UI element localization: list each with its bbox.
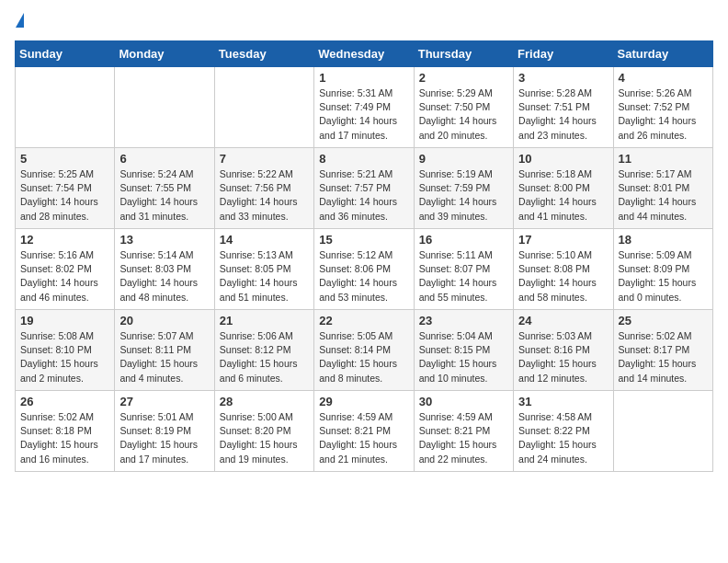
weekday-header-friday: Friday — [514, 41, 613, 67]
weekday-header-saturday: Saturday — [613, 41, 712, 67]
day-number: 1 — [319, 71, 408, 85]
calendar-cell: 8Sunrise: 5:21 AM Sunset: 7:57 PM Daylig… — [314, 148, 414, 229]
day-info: Sunrise: 5:17 AM Sunset: 8:01 PM Dayligh… — [619, 167, 708, 224]
day-number: 14 — [220, 233, 309, 247]
logo — [15, 15, 24, 29]
logo-triangle-icon — [16, 13, 24, 28]
day-number: 24 — [518, 314, 608, 327]
weekday-header-monday: Monday — [115, 41, 214, 67]
day-info: Sunrise: 5:00 AM Sunset: 8:20 PM Dayligh… — [220, 410, 309, 466]
day-number: 31 — [518, 395, 608, 408]
calendar-cell: 17Sunrise: 5:10 AM Sunset: 8:08 PM Dayli… — [514, 229, 613, 310]
calendar-week-row: 12Sunrise: 5:16 AM Sunset: 8:02 PM Dayli… — [16, 229, 713, 310]
day-info: Sunrise: 5:07 AM Sunset: 8:11 PM Dayligh… — [119, 329, 209, 385]
day-number: 11 — [619, 152, 708, 166]
weekday-header-wednesday: Wednesday — [314, 41, 414, 67]
calendar-cell: 4Sunrise: 5:26 AM Sunset: 7:52 PM Daylig… — [613, 67, 712, 148]
day-number: 13 — [119, 233, 209, 247]
calendar-cell: 27Sunrise: 5:01 AM Sunset: 8:19 PM Dayli… — [115, 391, 214, 472]
day-number: 12 — [20, 233, 109, 247]
day-number: 5 — [20, 152, 109, 166]
day-info: Sunrise: 4:58 AM Sunset: 8:22 PM Dayligh… — [518, 410, 608, 466]
day-info: Sunrise: 5:26 AM Sunset: 7:52 PM Dayligh… — [619, 86, 708, 143]
calendar-cell: 2Sunrise: 5:29 AM Sunset: 7:50 PM Daylig… — [414, 67, 513, 148]
day-number: 17 — [518, 233, 608, 247]
day-info: Sunrise: 5:02 AM Sunset: 8:17 PM Dayligh… — [619, 329, 708, 385]
day-number: 26 — [20, 395, 109, 408]
day-info: Sunrise: 5:24 AM Sunset: 7:55 PM Dayligh… — [119, 167, 209, 224]
day-info: Sunrise: 5:14 AM Sunset: 8:03 PM Dayligh… — [119, 248, 209, 304]
day-number: 19 — [20, 314, 109, 327]
day-info: Sunrise: 5:03 AM Sunset: 8:16 PM Dayligh… — [518, 329, 608, 385]
day-number: 23 — [419, 314, 508, 327]
calendar-cell: 20Sunrise: 5:07 AM Sunset: 8:11 PM Dayli… — [115, 310, 214, 391]
day-info: Sunrise: 5:02 AM Sunset: 8:18 PM Dayligh… — [20, 410, 109, 466]
day-info: Sunrise: 5:18 AM Sunset: 8:00 PM Dayligh… — [518, 167, 608, 224]
day-info: Sunrise: 5:11 AM Sunset: 8:07 PM Dayligh… — [419, 248, 508, 304]
calendar-cell: 15Sunrise: 5:12 AM Sunset: 8:06 PM Dayli… — [314, 229, 414, 310]
calendar-cell: 5Sunrise: 5:25 AM Sunset: 7:54 PM Daylig… — [16, 148, 115, 229]
day-info: Sunrise: 5:16 AM Sunset: 8:02 PM Dayligh… — [20, 248, 109, 304]
calendar-table: SundayMondayTuesdayWednesdayThursdayFrid… — [15, 40, 713, 472]
calendar-cell: 19Sunrise: 5:08 AM Sunset: 8:10 PM Dayli… — [16, 310, 115, 391]
day-number: 22 — [319, 314, 408, 327]
calendar-cell — [115, 67, 214, 148]
calendar-cell: 10Sunrise: 5:18 AM Sunset: 8:00 PM Dayli… — [514, 148, 613, 229]
page-header — [15, 15, 713, 29]
calendar-cell: 7Sunrise: 5:22 AM Sunset: 7:56 PM Daylig… — [214, 148, 313, 229]
day-number: 28 — [220, 395, 309, 408]
calendar-cell: 23Sunrise: 5:04 AM Sunset: 8:15 PM Dayli… — [414, 310, 513, 391]
day-info: Sunrise: 5:10 AM Sunset: 8:08 PM Dayligh… — [518, 248, 608, 304]
day-number: 25 — [619, 314, 708, 327]
day-number: 29 — [319, 395, 408, 408]
day-number: 20 — [119, 314, 209, 327]
day-info: Sunrise: 5:28 AM Sunset: 7:51 PM Dayligh… — [518, 86, 608, 143]
day-number: 18 — [619, 233, 708, 247]
day-number: 27 — [119, 395, 209, 408]
day-info: Sunrise: 5:04 AM Sunset: 8:15 PM Dayligh… — [419, 329, 508, 385]
day-number: 8 — [319, 152, 408, 166]
calendar-cell: 30Sunrise: 4:59 AM Sunset: 8:21 PM Dayli… — [414, 391, 513, 472]
calendar-cell: 29Sunrise: 4:59 AM Sunset: 8:21 PM Dayli… — [314, 391, 414, 472]
calendar-week-row: 1Sunrise: 5:31 AM Sunset: 7:49 PM Daylig… — [16, 67, 713, 148]
calendar-cell: 6Sunrise: 5:24 AM Sunset: 7:55 PM Daylig… — [115, 148, 214, 229]
calendar-week-row: 26Sunrise: 5:02 AM Sunset: 8:18 PM Dayli… — [16, 391, 713, 472]
calendar-cell: 9Sunrise: 5:19 AM Sunset: 7:59 PM Daylig… — [414, 148, 513, 229]
calendar-cell: 18Sunrise: 5:09 AM Sunset: 8:09 PM Dayli… — [613, 229, 712, 310]
day-info: Sunrise: 4:59 AM Sunset: 8:21 PM Dayligh… — [419, 410, 508, 466]
day-number: 9 — [419, 152, 508, 166]
day-info: Sunrise: 5:01 AM Sunset: 8:19 PM Dayligh… — [119, 410, 209, 466]
day-info: Sunrise: 5:08 AM Sunset: 8:10 PM Dayligh… — [20, 329, 109, 385]
weekday-header-tuesday: Tuesday — [214, 41, 313, 67]
day-number: 15 — [319, 233, 408, 247]
day-info: Sunrise: 4:59 AM Sunset: 8:21 PM Dayligh… — [319, 410, 408, 466]
day-number: 30 — [419, 395, 508, 408]
calendar-cell: 11Sunrise: 5:17 AM Sunset: 8:01 PM Dayli… — [613, 148, 712, 229]
day-info: Sunrise: 5:09 AM Sunset: 8:09 PM Dayligh… — [619, 248, 708, 304]
calendar-cell: 21Sunrise: 5:06 AM Sunset: 8:12 PM Dayli… — [214, 310, 313, 391]
calendar-cell — [613, 391, 712, 472]
calendar-cell: 1Sunrise: 5:31 AM Sunset: 7:49 PM Daylig… — [314, 67, 414, 148]
calendar-cell: 3Sunrise: 5:28 AM Sunset: 7:51 PM Daylig… — [514, 67, 613, 148]
day-info: Sunrise: 5:29 AM Sunset: 7:50 PM Dayligh… — [419, 86, 508, 143]
day-number: 4 — [619, 71, 708, 85]
calendar-cell: 14Sunrise: 5:13 AM Sunset: 8:05 PM Dayli… — [214, 229, 313, 310]
day-info: Sunrise: 5:31 AM Sunset: 7:49 PM Dayligh… — [319, 86, 408, 143]
calendar-cell: 13Sunrise: 5:14 AM Sunset: 8:03 PM Dayli… — [115, 229, 214, 310]
day-number: 21 — [220, 314, 309, 327]
calendar-cell: 24Sunrise: 5:03 AM Sunset: 8:16 PM Dayli… — [514, 310, 613, 391]
day-info: Sunrise: 5:13 AM Sunset: 8:05 PM Dayligh… — [220, 248, 309, 304]
day-number: 16 — [419, 233, 508, 247]
calendar-cell: 12Sunrise: 5:16 AM Sunset: 8:02 PM Dayli… — [16, 229, 115, 310]
calendar-cell: 31Sunrise: 4:58 AM Sunset: 8:22 PM Dayli… — [514, 391, 613, 472]
weekday-header-sunday: Sunday — [16, 41, 115, 67]
weekday-header-thursday: Thursday — [414, 41, 513, 67]
day-number: 7 — [220, 152, 309, 166]
calendar-cell: 16Sunrise: 5:11 AM Sunset: 8:07 PM Dayli… — [414, 229, 513, 310]
day-number: 10 — [518, 152, 608, 166]
day-number: 3 — [518, 71, 608, 85]
calendar-cell — [214, 67, 313, 148]
calendar-week-row: 19Sunrise: 5:08 AM Sunset: 8:10 PM Dayli… — [16, 310, 713, 391]
day-info: Sunrise: 5:22 AM Sunset: 7:56 PM Dayligh… — [220, 167, 309, 224]
calendar-cell: 28Sunrise: 5:00 AM Sunset: 8:20 PM Dayli… — [214, 391, 313, 472]
